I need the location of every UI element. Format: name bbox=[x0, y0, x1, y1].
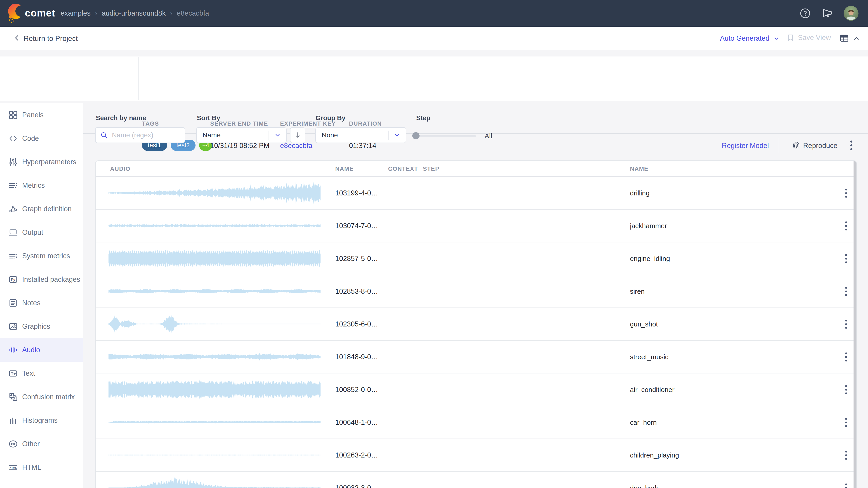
sidebar-item-other[interactable]: Other bbox=[0, 432, 83, 456]
sidebar-item-text[interactable]: Text bbox=[0, 362, 83, 385]
help-icon[interactable] bbox=[799, 7, 811, 19]
return-to-project-link[interactable]: Return to Project bbox=[24, 34, 78, 43]
announcements-icon[interactable] bbox=[822, 7, 833, 19]
audio-waveform[interactable] bbox=[108, 213, 321, 238]
user-avatar[interactable] bbox=[844, 6, 859, 21]
row-more-menu[interactable] bbox=[845, 254, 847, 263]
sidebar-item-graphics[interactable]: Graphics bbox=[0, 315, 83, 338]
graphics-icon bbox=[8, 322, 18, 331]
audio-file-name: 100032-3-0… bbox=[335, 484, 378, 488]
audio-file-name: 103074-7-0… bbox=[335, 222, 378, 230]
audio-file-name: 103199-4-0… bbox=[335, 189, 378, 197]
column-divider bbox=[138, 57, 138, 100]
audio-table-row: 101848-9-0… street_music bbox=[96, 341, 857, 373]
audio-waveform[interactable] bbox=[108, 246, 321, 271]
panels-icon bbox=[8, 110, 18, 120]
search-by-name-label: Search by name bbox=[96, 114, 146, 122]
reproduce-button[interactable]: Reproduce bbox=[803, 142, 837, 150]
code-icon bbox=[8, 133, 18, 143]
audio-waveform[interactable] bbox=[108, 377, 321, 402]
audio-column-header: AUDIO bbox=[110, 165, 130, 172]
sidebar-item-histograms[interactable]: Histograms bbox=[0, 409, 83, 432]
step-slider-thumb[interactable] bbox=[412, 132, 420, 139]
sidebar-item-label: System metrics bbox=[22, 252, 70, 260]
sidebar-item-label: Installed packages bbox=[22, 275, 80, 284]
sidebar-item-audio[interactable]: Audio bbox=[0, 338, 83, 362]
sidebar-item-label: Audio bbox=[22, 346, 40, 354]
row-more-menu[interactable] bbox=[845, 418, 847, 427]
sidebar-item-confusion-matrix[interactable]: Confusion matrix bbox=[0, 385, 83, 409]
register-model-button[interactable]: Register Model bbox=[722, 142, 769, 150]
sidebar-item-graph-definition[interactable]: Graph definition bbox=[0, 197, 83, 221]
svg-text:HTML: HTML bbox=[9, 466, 17, 469]
row-more-menu[interactable] bbox=[845, 320, 847, 329]
comet-logo-icon[interactable] bbox=[7, 3, 23, 24]
sidebar-item-label: Panels bbox=[22, 111, 43, 119]
notes-icon bbox=[8, 298, 18, 308]
sidebar-item-code[interactable]: Code bbox=[0, 127, 83, 150]
sidebar-item-label: Notes bbox=[22, 299, 40, 307]
view-selector[interactable]: Auto Generated bbox=[720, 34, 780, 42]
audio-table-row: 100648-1-0… car_horn bbox=[96, 406, 857, 439]
breadcrumb-item[interactable]: e8ecacbfa bbox=[177, 9, 209, 18]
audio-waveform[interactable] bbox=[108, 279, 321, 304]
confusion-matrix-icon bbox=[8, 392, 18, 402]
audio-file-name: 100263-2-0… bbox=[335, 451, 378, 459]
audio-waveform[interactable] bbox=[108, 344, 321, 369]
logo-wordmark[interactable]: comet bbox=[25, 7, 55, 19]
sidebar-item-output[interactable]: Output bbox=[0, 221, 83, 244]
audio-waveform[interactable] bbox=[108, 180, 321, 205]
audio-icon bbox=[8, 345, 18, 355]
step-slider-track[interactable] bbox=[415, 135, 476, 137]
sidebar-item-label: Graph definition bbox=[22, 205, 72, 213]
actions-divider bbox=[779, 138, 779, 153]
row-more-menu[interactable] bbox=[845, 189, 847, 198]
sidebar-item-html[interactable]: HTML HTML bbox=[0, 456, 83, 479]
column-header-duration: DURATION bbox=[349, 120, 382, 127]
audio-class-label: children_playing bbox=[630, 451, 679, 459]
sidebar-item-system-metrics[interactable]: System metrics bbox=[0, 244, 83, 268]
row-more-menu[interactable] bbox=[845, 385, 847, 394]
search-input[interactable] bbox=[112, 131, 180, 139]
sort-by-select[interactable]: Name bbox=[196, 127, 287, 143]
sidebar-item-installed-packages[interactable]: Py Installed packages bbox=[0, 268, 83, 291]
sidebar-item-notes[interactable]: Notes bbox=[0, 291, 83, 315]
table-view-icon[interactable] bbox=[839, 33, 849, 43]
other-icon bbox=[8, 439, 18, 449]
breadcrumb: examples›audio-urbansound8k›e8ecacbfa bbox=[61, 0, 209, 27]
sidebar-item-metrics[interactable]: Metrics bbox=[0, 174, 83, 197]
vertical-scrollbar[interactable] bbox=[854, 161, 857, 488]
search-input-wrapper bbox=[95, 127, 185, 143]
breadcrumb-item[interactable]: audio-urbansound8k bbox=[102, 9, 166, 18]
context-column-header: CONTEXT bbox=[388, 165, 418, 172]
group-by-select[interactable]: None bbox=[315, 127, 406, 143]
row-more-menu[interactable] bbox=[845, 484, 847, 488]
back-chevron-icon[interactable] bbox=[13, 34, 21, 42]
audio-waveform[interactable] bbox=[108, 475, 321, 488]
collapse-chevron-up-icon[interactable] bbox=[852, 35, 860, 42]
breadcrumb-separator: › bbox=[95, 10, 97, 17]
row-more-menu[interactable] bbox=[845, 451, 847, 460]
audio-table-row: 102853-8-0… siren bbox=[96, 275, 857, 308]
audio-waveform[interactable] bbox=[108, 410, 321, 435]
save-view-button[interactable]: Save View bbox=[786, 33, 831, 42]
experiment-more-menu[interactable] bbox=[850, 140, 852, 150]
sort-direction-button[interactable] bbox=[290, 127, 305, 143]
breadcrumb-item[interactable]: examples bbox=[61, 9, 91, 18]
row-more-menu[interactable] bbox=[845, 352, 847, 361]
audio-waveform[interactable] bbox=[108, 311, 321, 337]
sidebar-item-label: Metrics bbox=[22, 182, 45, 190]
sidebar-item-panels[interactable]: Panels bbox=[0, 103, 83, 127]
audio-table-row: 103199-4-0… drilling bbox=[96, 177, 857, 210]
row-more-menu[interactable] bbox=[845, 221, 847, 230]
audio-class-label: drilling bbox=[630, 189, 650, 197]
svg-text:Py: Py bbox=[11, 278, 15, 282]
audio-waveform[interactable] bbox=[108, 442, 321, 468]
row-more-menu[interactable] bbox=[845, 287, 847, 296]
audio-table-header: AUDIO NAME CONTEXT STEP NAME bbox=[96, 161, 857, 177]
hyperparameters-icon bbox=[8, 157, 18, 167]
audio-table-row: 102305-6-0… gun_shot bbox=[96, 308, 857, 341]
breadcrumb-separator: › bbox=[170, 10, 172, 17]
sidebar-item-hyperparameters[interactable]: Hyperparameters bbox=[0, 150, 83, 174]
step-slider-value: All bbox=[485, 132, 492, 140]
